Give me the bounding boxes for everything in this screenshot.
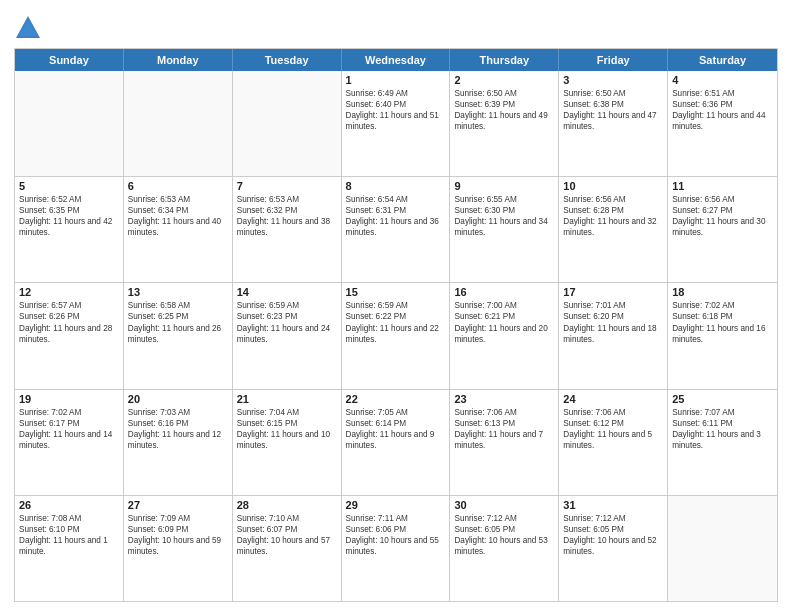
day-details: Sunrise: 7:07 AM Sunset: 6:11 PM Dayligh… [672,407,773,451]
day-cell-27: 27Sunrise: 7:09 AM Sunset: 6:09 PM Dayli… [124,496,233,601]
day-number: 14 [237,286,337,298]
empty-cell [15,71,124,176]
page: SundayMondayTuesdayWednesdayThursdayFrid… [0,0,792,612]
day-cell-16: 16Sunrise: 7:00 AM Sunset: 6:21 PM Dayli… [450,283,559,388]
day-details: Sunrise: 6:53 AM Sunset: 6:32 PM Dayligh… [237,194,337,238]
day-number: 19 [19,393,119,405]
day-details: Sunrise: 6:58 AM Sunset: 6:25 PM Dayligh… [128,300,228,344]
header-day-sunday: Sunday [15,49,124,71]
day-number: 4 [672,74,773,86]
day-cell-25: 25Sunrise: 7:07 AM Sunset: 6:11 PM Dayli… [668,390,777,495]
day-details: Sunrise: 6:50 AM Sunset: 6:39 PM Dayligh… [454,88,554,132]
day-cell-13: 13Sunrise: 6:58 AM Sunset: 6:25 PM Dayli… [124,283,233,388]
day-number: 6 [128,180,228,192]
empty-cell [233,71,342,176]
day-details: Sunrise: 6:59 AM Sunset: 6:23 PM Dayligh… [237,300,337,344]
day-cell-6: 6Sunrise: 6:53 AM Sunset: 6:34 PM Daylig… [124,177,233,282]
day-cell-4: 4Sunrise: 6:51 AM Sunset: 6:36 PM Daylig… [668,71,777,176]
day-details: Sunrise: 7:08 AM Sunset: 6:10 PM Dayligh… [19,513,119,557]
day-details: Sunrise: 6:54 AM Sunset: 6:31 PM Dayligh… [346,194,446,238]
day-number: 20 [128,393,228,405]
day-number: 11 [672,180,773,192]
day-number: 2 [454,74,554,86]
day-number: 7 [237,180,337,192]
day-cell-3: 3Sunrise: 6:50 AM Sunset: 6:38 PM Daylig… [559,71,668,176]
day-cell-10: 10Sunrise: 6:56 AM Sunset: 6:28 PM Dayli… [559,177,668,282]
day-details: Sunrise: 6:56 AM Sunset: 6:28 PM Dayligh… [563,194,663,238]
day-number: 13 [128,286,228,298]
day-cell-14: 14Sunrise: 6:59 AM Sunset: 6:23 PM Dayli… [233,283,342,388]
day-details: Sunrise: 6:55 AM Sunset: 6:30 PM Dayligh… [454,194,554,238]
logo-icon [14,14,42,42]
day-cell-7: 7Sunrise: 6:53 AM Sunset: 6:32 PM Daylig… [233,177,342,282]
day-cell-18: 18Sunrise: 7:02 AM Sunset: 6:18 PM Dayli… [668,283,777,388]
day-number: 9 [454,180,554,192]
day-cell-23: 23Sunrise: 7:06 AM Sunset: 6:13 PM Dayli… [450,390,559,495]
day-cell-5: 5Sunrise: 6:52 AM Sunset: 6:35 PM Daylig… [15,177,124,282]
day-details: Sunrise: 7:00 AM Sunset: 6:21 PM Dayligh… [454,300,554,344]
day-cell-12: 12Sunrise: 6:57 AM Sunset: 6:26 PM Dayli… [15,283,124,388]
day-number: 28 [237,499,337,511]
calendar-row-3: 12Sunrise: 6:57 AM Sunset: 6:26 PM Dayli… [15,282,777,388]
day-number: 10 [563,180,663,192]
day-details: Sunrise: 7:05 AM Sunset: 6:14 PM Dayligh… [346,407,446,451]
day-details: Sunrise: 7:02 AM Sunset: 6:18 PM Dayligh… [672,300,773,344]
day-details: Sunrise: 6:51 AM Sunset: 6:36 PM Dayligh… [672,88,773,132]
day-cell-17: 17Sunrise: 7:01 AM Sunset: 6:20 PM Dayli… [559,283,668,388]
day-number: 29 [346,499,446,511]
day-cell-9: 9Sunrise: 6:55 AM Sunset: 6:30 PM Daylig… [450,177,559,282]
day-cell-21: 21Sunrise: 7:04 AM Sunset: 6:15 PM Dayli… [233,390,342,495]
day-number: 15 [346,286,446,298]
day-details: Sunrise: 6:52 AM Sunset: 6:35 PM Dayligh… [19,194,119,238]
empty-cell [668,496,777,601]
day-number: 27 [128,499,228,511]
logo [14,14,46,42]
svg-marker-1 [18,20,38,36]
calendar-row-4: 19Sunrise: 7:02 AM Sunset: 6:17 PM Dayli… [15,389,777,495]
day-number: 3 [563,74,663,86]
day-number: 31 [563,499,663,511]
day-details: Sunrise: 7:12 AM Sunset: 6:05 PM Dayligh… [454,513,554,557]
day-details: Sunrise: 7:06 AM Sunset: 6:12 PM Dayligh… [563,407,663,451]
day-details: Sunrise: 7:02 AM Sunset: 6:17 PM Dayligh… [19,407,119,451]
calendar: SundayMondayTuesdayWednesdayThursdayFrid… [14,48,778,602]
day-number: 16 [454,286,554,298]
day-details: Sunrise: 7:04 AM Sunset: 6:15 PM Dayligh… [237,407,337,451]
day-details: Sunrise: 6:53 AM Sunset: 6:34 PM Dayligh… [128,194,228,238]
day-cell-31: 31Sunrise: 7:12 AM Sunset: 6:05 PM Dayli… [559,496,668,601]
calendar-header: SundayMondayTuesdayWednesdayThursdayFrid… [15,49,777,71]
day-details: Sunrise: 6:59 AM Sunset: 6:22 PM Dayligh… [346,300,446,344]
header-day-wednesday: Wednesday [342,49,451,71]
day-details: Sunrise: 7:12 AM Sunset: 6:05 PM Dayligh… [563,513,663,557]
calendar-row-2: 5Sunrise: 6:52 AM Sunset: 6:35 PM Daylig… [15,176,777,282]
day-cell-22: 22Sunrise: 7:05 AM Sunset: 6:14 PM Dayli… [342,390,451,495]
day-details: Sunrise: 7:06 AM Sunset: 6:13 PM Dayligh… [454,407,554,451]
empty-cell [124,71,233,176]
day-number: 26 [19,499,119,511]
day-cell-11: 11Sunrise: 6:56 AM Sunset: 6:27 PM Dayli… [668,177,777,282]
day-cell-28: 28Sunrise: 7:10 AM Sunset: 6:07 PM Dayli… [233,496,342,601]
day-number: 25 [672,393,773,405]
day-number: 1 [346,74,446,86]
day-number: 5 [19,180,119,192]
day-details: Sunrise: 6:50 AM Sunset: 6:38 PM Dayligh… [563,88,663,132]
header [14,10,778,42]
day-details: Sunrise: 6:56 AM Sunset: 6:27 PM Dayligh… [672,194,773,238]
day-cell-1: 1Sunrise: 6:49 AM Sunset: 6:40 PM Daylig… [342,71,451,176]
calendar-row-1: 1Sunrise: 6:49 AM Sunset: 6:40 PM Daylig… [15,71,777,176]
day-number: 18 [672,286,773,298]
header-day-thursday: Thursday [450,49,559,71]
day-details: Sunrise: 7:11 AM Sunset: 6:06 PM Dayligh… [346,513,446,557]
header-day-tuesday: Tuesday [233,49,342,71]
day-cell-19: 19Sunrise: 7:02 AM Sunset: 6:17 PM Dayli… [15,390,124,495]
day-details: Sunrise: 6:49 AM Sunset: 6:40 PM Dayligh… [346,88,446,132]
day-details: Sunrise: 7:10 AM Sunset: 6:07 PM Dayligh… [237,513,337,557]
day-number: 8 [346,180,446,192]
day-cell-15: 15Sunrise: 6:59 AM Sunset: 6:22 PM Dayli… [342,283,451,388]
day-number: 21 [237,393,337,405]
day-number: 24 [563,393,663,405]
day-number: 17 [563,286,663,298]
day-details: Sunrise: 7:09 AM Sunset: 6:09 PM Dayligh… [128,513,228,557]
day-details: Sunrise: 7:01 AM Sunset: 6:20 PM Dayligh… [563,300,663,344]
calendar-body: 1Sunrise: 6:49 AM Sunset: 6:40 PM Daylig… [15,71,777,601]
